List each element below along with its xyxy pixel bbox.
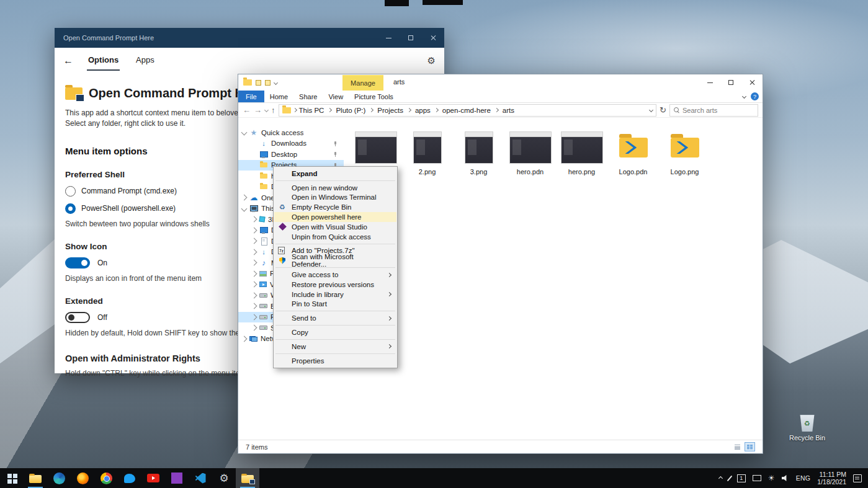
volume-icon[interactable]: [782, 475, 789, 482]
file-item[interactable]: Logo.pdn: [607, 131, 659, 176]
context-menu-item-pin-to-start[interactable]: Pin to Start: [274, 299, 396, 309]
radio-icon[interactable]: [65, 203, 76, 214]
expander-chevron-icon[interactable]: [251, 282, 257, 288]
refresh-icon[interactable]: ↻: [660, 105, 666, 115]
file-item[interactable]: hero.png: [556, 131, 607, 176]
taskbar-edge-button[interactable]: [47, 468, 71, 488]
explorer-titlebar[interactable]: Manage arts: [238, 74, 763, 91]
close-button[interactable]: [741, 74, 763, 91]
up-icon[interactable]: ↑: [271, 105, 275, 115]
context-menu-item-open-in-new-window[interactable]: Open in new window: [274, 183, 396, 193]
context-menu-item-properties[interactable]: Properties: [274, 356, 396, 366]
taskbar-open-cmd-app-button[interactable]: [236, 468, 259, 488]
qat-properties-icon[interactable]: [256, 80, 261, 86]
context-menu-item-open-with-visual-studio[interactable]: Open with Visual Studio: [274, 222, 396, 232]
taskbar-firefox-button[interactable]: [71, 468, 94, 488]
taskbar-settings-button[interactable]: ⚙: [212, 468, 236, 488]
taskbar-visual-studio-button[interactable]: [165, 468, 189, 488]
sidebar-item-desktop[interactable]: Desktop: [238, 149, 344, 160]
hidden-icons-chevron-icon[interactable]: [718, 476, 723, 480]
sidebar-item-quick-access[interactable]: ★Quick access: [238, 127, 344, 138]
expander-chevron-icon[interactable]: [251, 260, 257, 266]
expander-chevron-icon[interactable]: [241, 205, 248, 211]
qat-new-folder-icon[interactable]: [265, 80, 271, 86]
address-dropdown-chevron-icon[interactable]: [649, 108, 653, 112]
taskbar-file-explorer-button[interactable]: [24, 468, 47, 488]
show-icon-toggle[interactable]: [65, 257, 90, 268]
close-button[interactable]: [422, 28, 444, 48]
expander-chevron-icon[interactable]: [241, 130, 248, 136]
forward-icon[interactable]: →: [254, 105, 262, 115]
breadcrumb-segment-apps[interactable]: apps: [415, 107, 431, 114]
context-menu-item-empty-recycle-bin[interactable]: ♻Empty Recycle Bin: [274, 202, 396, 212]
context-menu-item-new[interactable]: New: [274, 342, 396, 352]
breadcrumb-segment-projects[interactable]: Projects: [377, 107, 403, 114]
brightness-icon[interactable]: ☀: [768, 474, 775, 482]
expander-chevron-icon[interactable]: [251, 216, 257, 223]
context-menu-item-copy[interactable]: Copy: [274, 327, 396, 337]
pen-icon[interactable]: [727, 475, 733, 481]
gear-icon[interactable]: ⚙: [427, 55, 436, 66]
context-menu-item-expand[interactable]: Expand: [274, 169, 396, 179]
qat-customize-chevron-icon[interactable]: [274, 80, 278, 84]
action-center-icon[interactable]: [853, 474, 862, 482]
app-titlebar[interactable]: Open Command Prompt Here: [55, 28, 444, 48]
taskbar-twitter-button[interactable]: [118, 468, 141, 488]
recent-locations-chevron-icon[interactable]: [264, 108, 269, 112]
taskbar-youtube-button[interactable]: [141, 468, 165, 488]
minimize-button[interactable]: [699, 74, 720, 91]
sidebar-item-downloads[interactable]: ↓Downloads: [238, 138, 344, 149]
display-icon[interactable]: [753, 475, 761, 481]
expander-chevron-icon[interactable]: [251, 292, 257, 298]
maximize-button[interactable]: [400, 28, 422, 48]
back-icon[interactable]: ←: [243, 105, 251, 115]
file-item[interactable]: 3.png: [453, 131, 504, 176]
radio-icon[interactable]: [65, 186, 76, 197]
minimize-button[interactable]: [377, 28, 400, 48]
file-item[interactable]: 2.png: [401, 131, 453, 176]
expander-chevron-icon[interactable]: [251, 314, 257, 320]
ribbon-contextual-tab-manage[interactable]: Manage: [342, 75, 383, 91]
tab-options[interactable]: Options: [87, 51, 120, 71]
context-menu-item-restore-previous-versions[interactable]: Restore previous versions: [274, 280, 396, 290]
expand-ribbon-chevron-icon[interactable]: [742, 94, 746, 99]
clock[interactable]: 11:11 PM 1/18/2021: [817, 471, 846, 486]
recycle-bin-desktop-icon[interactable]: ♻ Recycle Bin: [787, 413, 828, 441]
ribbon-tab-view[interactable]: View: [323, 91, 349, 102]
ribbon-tab-share[interactable]: Share: [293, 91, 323, 102]
details-view-button[interactable]: [732, 442, 743, 451]
ribbon-tab-picture-tools[interactable]: Picture Tools: [349, 91, 399, 102]
language-indicator[interactable]: ENG: [796, 474, 811, 482]
expander-chevron-icon[interactable]: [251, 238, 257, 244]
breadcrumb-segment-pluto-p[interactable]: Pluto (P:): [336, 107, 365, 114]
taskbar-chrome-button[interactable]: [94, 468, 118, 488]
expander-chevron-icon[interactable]: [251, 249, 257, 255]
context-menu-item-send-to[interactable]: Send to: [274, 313, 396, 323]
taskbar-vscode-button[interactable]: [189, 468, 212, 488]
input-indicator-badge[interactable]: 1: [737, 474, 746, 482]
context-menu-item-scan-with-microsoft-defender[interactable]: Scan with Microsoft Defender...: [274, 255, 396, 265]
tab-apps[interactable]: Apps: [135, 51, 156, 71]
expander-chevron-icon[interactable]: [251, 227, 257, 233]
context-menu-item-give-access-to[interactable]: Give access to: [274, 270, 396, 280]
ribbon-tab-file[interactable]: File: [238, 91, 264, 102]
taskbar-start-button[interactable]: [0, 468, 24, 488]
file-item[interactable]: hero.pdn: [504, 131, 556, 176]
context-menu-item-include-in-library[interactable]: Include in library: [274, 290, 396, 299]
breadcrumb-segment-open-cmd-here[interactable]: open-cmd-here: [442, 107, 491, 114]
context-menu-item-unpin-from-quick-access[interactable]: Unpin from Quick access: [274, 232, 396, 242]
context-menu-item-open-powershell-here[interactable]: Open powershell here: [274, 212, 396, 222]
file-item[interactable]: Logo.png: [659, 131, 710, 176]
ribbon-tab-home[interactable]: Home: [264, 91, 293, 102]
breadcrumb-segment-this-pc[interactable]: This PC: [299, 107, 324, 114]
expander-chevron-icon[interactable]: [241, 335, 248, 342]
address-bar[interactable]: This PCPluto (P:)Projectsappsopen-cmd-he…: [279, 104, 657, 117]
expander-chevron-icon[interactable]: [241, 195, 248, 201]
maximize-button[interactable]: [720, 74, 741, 91]
search-input[interactable]: [682, 107, 754, 114]
context-menu-item-open-in-windows-terminal[interactable]: Open in Windows Terminal: [274, 193, 396, 203]
help-icon[interactable]: ?: [751, 92, 759, 100]
expander-chevron-icon[interactable]: [251, 270, 257, 277]
expander-chevron-icon[interactable]: [251, 303, 257, 309]
extended-toggle[interactable]: [65, 312, 90, 323]
